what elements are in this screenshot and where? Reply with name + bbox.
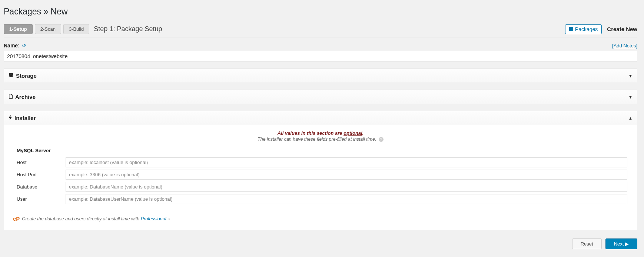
- installer-panel: Installer ▲ All values in this section a…: [4, 111, 637, 230]
- user-input[interactable]: [66, 194, 627, 204]
- name-label: Name:: [4, 43, 20, 49]
- refresh-icon[interactable]: ↺: [22, 43, 26, 49]
- step-tab-scan[interactable]: 2-Scan: [35, 24, 61, 34]
- chevron-up-icon: ▲: [628, 116, 633, 120]
- create-new-label: Create New: [607, 26, 637, 32]
- step-tab-setup[interactable]: 1-Setup: [4, 24, 33, 34]
- help-icon[interactable]: ?: [379, 137, 384, 142]
- bolt-icon: [9, 115, 12, 121]
- package-name-input[interactable]: [4, 51, 637, 62]
- storage-panel-title: Storage: [16, 73, 37, 79]
- next-button[interactable]: Next ▶: [605, 238, 637, 249]
- mysql-form-table: Host Host Port Database User: [11, 156, 630, 205]
- lightbulb-icon: ♀: [167, 216, 171, 221]
- mysql-section-title: MySQL Server: [17, 148, 630, 153]
- installer-panel-body: All values in this section are optional.…: [4, 125, 637, 230]
- archive-panel-title: Archive: [15, 94, 36, 100]
- page-title: Packages » New: [4, 0, 637, 24]
- table-row: User: [11, 193, 630, 205]
- chevron-down-icon: ▼: [628, 74, 633, 78]
- chevron-down-icon: ▼: [628, 95, 633, 99]
- host-label: Host: [11, 156, 63, 168]
- notice-optional: optional: [343, 130, 362, 136]
- database-label: Database: [11, 181, 63, 193]
- installer-notice: All values in this section are optional.…: [11, 130, 630, 142]
- bottom-actions: Reset Next ▶: [4, 238, 637, 249]
- file-icon: [9, 94, 13, 100]
- step-title: Step 1: Package Setup: [94, 25, 162, 33]
- packages-icon: [569, 27, 573, 31]
- table-row: Host: [11, 156, 630, 168]
- installer-footer-note: cP Create the database and users directl…: [11, 216, 630, 222]
- storage-panel: Storage ▼: [4, 69, 637, 83]
- packages-button-label: Packages: [575, 26, 598, 32]
- table-row: Database: [11, 181, 630, 193]
- host-port-label: Host Port: [11, 168, 63, 181]
- reset-button[interactable]: Reset: [572, 238, 602, 249]
- step-tab-build[interactable]: 3-Build: [63, 24, 89, 34]
- user-label: User: [11, 193, 63, 205]
- host-input[interactable]: [66, 157, 627, 167]
- archive-panel-header[interactable]: Archive ▼: [4, 90, 637, 104]
- installer-panel-header[interactable]: Installer ▲: [4, 111, 637, 125]
- professional-link[interactable]: Professional: [141, 216, 166, 221]
- notice-suffix: .: [362, 130, 364, 136]
- step-toolbar: 1-Setup 2-Scan 3-Build Step 1: Package S…: [4, 24, 637, 37]
- table-row: Host Port: [11, 168, 630, 181]
- svg-point-0: [9, 73, 13, 74]
- installer-panel-title: Installer: [14, 115, 36, 121]
- storage-panel-header[interactable]: Storage ▼: [4, 69, 637, 83]
- database-input[interactable]: [66, 182, 627, 192]
- database-icon: [9, 73, 14, 79]
- notice-sub: The installer can have these fields pre-…: [258, 137, 376, 142]
- notice-prefix: All values in this section are: [278, 130, 343, 136]
- cpanel-icon: cP: [13, 216, 20, 222]
- add-notes-link[interactable]: [Add Notes]: [612, 43, 637, 49]
- packages-button[interactable]: Packages: [565, 24, 602, 34]
- host-port-input[interactable]: [66, 170, 627, 180]
- footer-text: Create the database and users directly a…: [22, 216, 140, 221]
- archive-panel: Archive ▼: [4, 90, 637, 104]
